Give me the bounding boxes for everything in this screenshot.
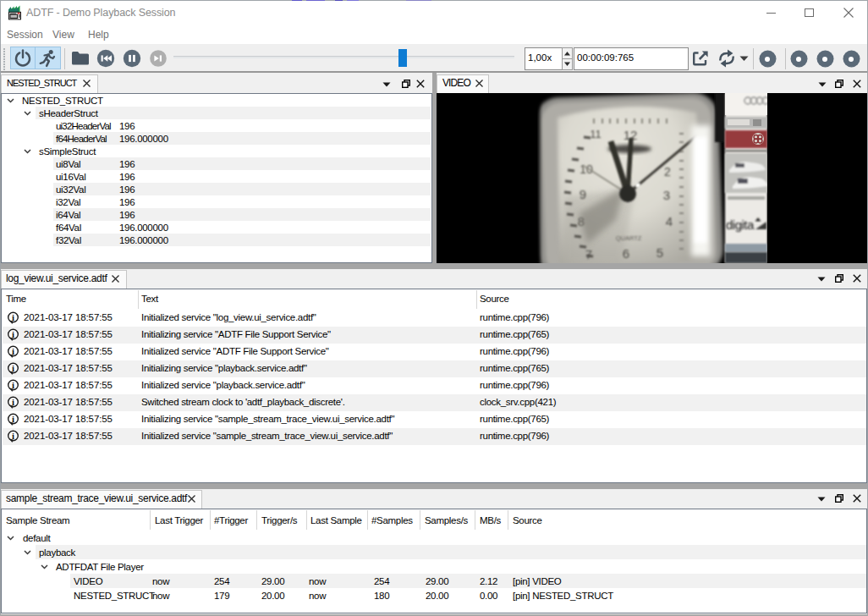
svg-text:2: 2 bbox=[664, 165, 671, 179]
svg-text:3: 3 bbox=[663, 188, 670, 202]
svg-text:10: 10 bbox=[580, 162, 593, 176]
svg-text:i: i bbox=[12, 397, 14, 407]
svg-text:i: i bbox=[12, 312, 14, 322]
svg-text:4: 4 bbox=[666, 214, 673, 228]
svg-text:i: i bbox=[12, 380, 14, 390]
svg-text:i: i bbox=[12, 431, 14, 441]
svg-text:6: 6 bbox=[623, 246, 629, 261]
svg-text:QUARTZ: QUARTZ bbox=[616, 234, 642, 242]
svg-text:5: 5 bbox=[656, 245, 663, 260]
svg-text:7: 7 bbox=[585, 247, 592, 261]
svg-text:i: i bbox=[12, 414, 14, 424]
svg-text:i: i bbox=[12, 346, 14, 356]
svg-text:i: i bbox=[12, 363, 14, 373]
svg-text:i: i bbox=[12, 329, 14, 339]
svg-text:9: 9 bbox=[580, 187, 586, 201]
svg-text:11: 11 bbox=[590, 128, 602, 140]
svg-text:digita: digita bbox=[726, 217, 755, 232]
